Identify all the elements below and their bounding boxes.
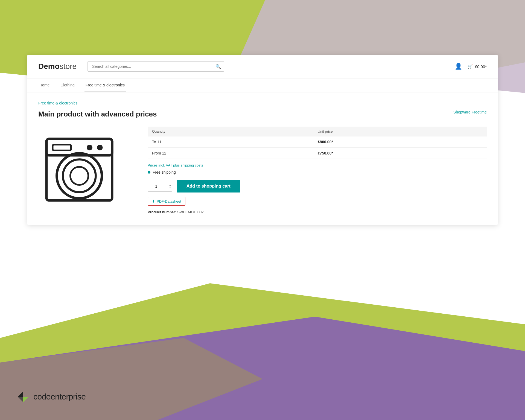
price-row-1: To 11 €800.00*: [148, 136, 487, 148]
brand-icon: [16, 390, 30, 404]
shipping-label: Free shipping: [153, 170, 176, 174]
brand-name: codeenterprise: [33, 392, 86, 401]
qty-header: Quantity: [148, 127, 313, 136]
svg-point-4: [97, 145, 103, 150]
brand-logo: codeenterprise: [16, 390, 86, 404]
svg-marker-8: [18, 391, 23, 397]
logo-bold: Demo: [38, 62, 60, 71]
pdf-icon: ⬇: [152, 199, 155, 203]
qty-up-arrow[interactable]: ▲: [169, 184, 171, 186]
svg-point-3: [87, 145, 92, 150]
main-card: Demostore 🔍 👤 🛒 €0.00* Home Clothing Fre…: [27, 55, 498, 225]
product-number: Product number: SWDEMO10002: [148, 210, 487, 214]
price-1: €800.00*: [313, 136, 487, 148]
svg-rect-2: [53, 145, 71, 150]
svg-marker-10: [18, 397, 23, 402]
add-to-cart-button[interactable]: Add to shopping cart: [177, 180, 240, 192]
qty-1: To 11: [148, 136, 313, 148]
product-title: Main product with advanced prices: [38, 110, 157, 118]
qty-down-arrow[interactable]: ▼: [169, 186, 171, 189]
svg-point-7: [70, 167, 88, 185]
quantity-wrapper[interactable]: ▲ ▼: [148, 181, 172, 192]
price-header: Unit price: [313, 127, 487, 136]
quantity-input[interactable]: [148, 181, 172, 192]
price-row-2: From 12 €750.00*: [148, 148, 487, 159]
cart-amount: €0.00*: [475, 64, 487, 69]
product-details: Quantity Unit price To 11 €800.00* From …: [148, 127, 487, 214]
product-header: Main product with advanced prices Shopwa…: [38, 110, 487, 118]
search-bar[interactable]: 🔍: [88, 61, 224, 72]
qty-2: From 12: [148, 148, 313, 159]
quantity-arrows: ▲ ▼: [169, 184, 171, 189]
navigation: Home Clothing Free time & electronics: [27, 78, 498, 92]
header-actions: 👤 🛒 €0.00*: [455, 63, 487, 70]
product-number-label: Product number:: [148, 210, 176, 214]
pdf-btn-label: PDF-Datasheet: [157, 199, 181, 203]
product-layout: Quantity Unit price To 11 €800.00* From …: [38, 127, 487, 214]
vat-note: Prices incl. VAT plus shipping costs: [148, 163, 487, 167]
shipping-dot: [148, 171, 150, 174]
search-input[interactable]: [88, 61, 224, 72]
site-header: Demostore 🔍 👤 🛒 €0.00*: [27, 55, 498, 78]
price-2: €750.00*: [313, 148, 487, 159]
add-to-cart-row: ▲ ▼ Add to shopping cart: [148, 180, 487, 192]
nav-clothing[interactable]: Clothing: [59, 78, 75, 92]
svg-point-6: [63, 159, 96, 192]
logo-thin: store: [60, 62, 77, 71]
free-shipping: Free shipping: [148, 170, 487, 174]
breadcrumb[interactable]: Free time & electronics: [38, 101, 77, 105]
search-icon: 🔍: [215, 64, 221, 69]
content-area: Free time & electronics Main product wit…: [27, 92, 498, 225]
footer-brand: codeenterprise: [16, 390, 86, 404]
pdf-datasheet-button[interactable]: ⬇ PDF-Datasheet: [148, 197, 185, 206]
nav-free-time[interactable]: Free time & electronics: [84, 78, 126, 92]
cart-info[interactable]: 🛒 €0.00*: [468, 64, 487, 69]
seller-link[interactable]: Shopware Freetime: [453, 110, 487, 114]
pricing-table: Quantity Unit price To 11 €800.00* From …: [148, 127, 487, 159]
product-number-value: SWDEMO10002: [177, 210, 203, 214]
user-icon[interactable]: 👤: [455, 63, 462, 70]
site-logo: Demostore: [38, 62, 77, 71]
product-image: [38, 127, 120, 209]
nav-home[interactable]: Home: [38, 78, 51, 92]
svg-marker-9: [23, 397, 29, 402]
cart-icon: 🛒: [468, 64, 473, 69]
product-image-area: [38, 127, 131, 210]
